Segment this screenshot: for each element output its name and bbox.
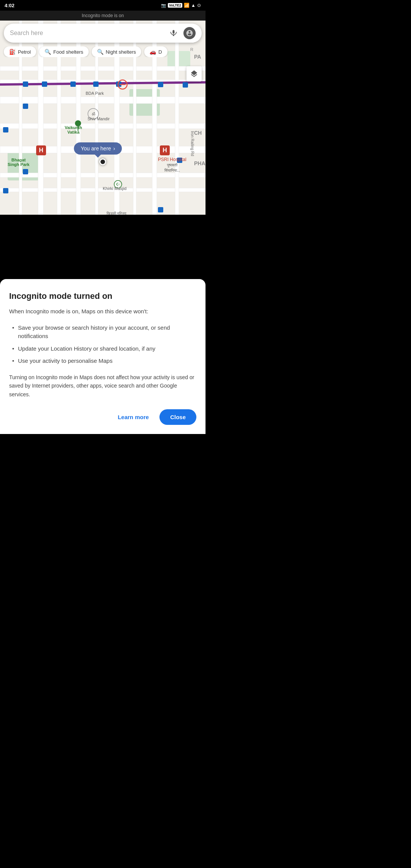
svg-rect-24 [93, 81, 99, 87]
sheet-actions: Learn more Close [9, 409, 196, 425]
svg-rect-27 [183, 82, 188, 88]
status-icons: 📷 VoLTE2 📶 ▲ ⊙ [161, 3, 201, 8]
bullet-list: • Save your browse or search history in … [9, 324, 196, 365]
search-icons [168, 27, 196, 39]
khirki-masjid-label: Khirki Masjid [103, 186, 126, 191]
incognito-banner-text: Incognito mode is on [82, 13, 124, 18]
svg-rect-4 [0, 97, 206, 104]
svg-rect-22 [42, 81, 47, 87]
bullet-text-3: Use your activity to personalise Maps [18, 357, 112, 365]
svg-text:H: H [39, 147, 43, 153]
svg-rect-33 [158, 207, 163, 212]
chip-night-shelters[interactable]: 🔍 Night shelters [92, 46, 141, 57]
food-shelters-search-icon: 🔍 [45, 49, 51, 55]
bullet-text-2: Update your Location History or shared l… [18, 345, 155, 353]
svg-rect-5 [0, 123, 206, 129]
shiv-mandir-label: Shiv Mandir [88, 116, 110, 121]
bda-park-label: BDA Park [86, 91, 104, 96]
svg-text:H: H [162, 147, 167, 153]
svg-rect-26 [158, 82, 163, 87]
wifi-icon: 📶 [184, 3, 190, 8]
petrol-icon: ⛽ [9, 49, 16, 55]
bullet-item-3: • Use your activity to personalise Maps [12, 357, 196, 365]
close-button[interactable]: Close [159, 409, 196, 425]
camera-icon: 📷 [161, 3, 166, 8]
incognito-avatar-icon[interactable] [183, 27, 196, 39]
volte-badge: VoLTE2 [168, 3, 182, 8]
battery-icon: ⊙ [197, 3, 201, 8]
psri-hospital-label: PSRI Hospitalपुष्पावतीसिंघानिया... [158, 157, 186, 173]
svg-text:PHA: PHA [194, 160, 206, 166]
you-are-here-bubble[interactable]: You are here › [74, 142, 122, 155]
svg-text:खिड़की मस्जिद: खिड़की मस्जिद [106, 211, 127, 215]
svg-rect-29 [3, 127, 8, 132]
night-shelters-search-icon: 🔍 [97, 49, 104, 55]
svg-rect-9 [0, 66, 206, 71]
chip-petrol-label: Petrol [18, 49, 31, 55]
chip-d-label: D [158, 49, 162, 55]
bullet-item-2: • Update your Location History or shared… [12, 345, 196, 353]
status-time: 4:02 [5, 3, 14, 8]
chip-d[interactable]: 🚗 D [144, 46, 167, 57]
d-icon: 🚗 [150, 49, 156, 55]
chip-food-shelters-label: Food shelters [53, 49, 83, 55]
vaikunth-vatika-label: VaikunthVatika [65, 125, 82, 134]
svg-rect-23 [70, 81, 76, 87]
status-bar: 4:02 📷 VoLTE2 📶 ▲ ⊙ [0, 0, 206, 11]
bullet-text-1: Save your browse or search history in yo… [18, 324, 196, 341]
bottom-sheet: Incognito mode turned on When Incognito … [0, 279, 206, 434]
svg-rect-30 [23, 169, 28, 174]
svg-rect-7 [0, 173, 206, 177]
learn-more-button[interactable]: Learn more [113, 410, 153, 424]
chip-food-shelters[interactable]: 🔍 Food shelters [39, 46, 89, 57]
bullet-dot-2: • [12, 345, 14, 353]
chip-night-shelters-label: Night shelters [106, 49, 136, 55]
bullet-item-1: • Save your browse or search history in … [12, 324, 196, 341]
search-placeholder: Search here [10, 30, 168, 37]
sheet-title: Incognito mode turned on [9, 291, 196, 301]
bhagat-singh-park-label: BhagatSingh Park [8, 158, 29, 167]
layer-button[interactable] [186, 66, 202, 81]
bullet-dot-1: • [12, 324, 14, 332]
filter-chips: ⛽ Petrol 🔍 Food shelters 🔍 Night shelter… [0, 46, 206, 57]
svg-rect-31 [3, 188, 8, 193]
chip-petrol[interactable]: ⛽ Petrol [4, 46, 36, 57]
you-are-here-arrow: › [113, 145, 115, 152]
signal-icon: ▲ [191, 3, 196, 8]
svg-text:CH: CH [194, 130, 202, 136]
bullet-dot-3: • [12, 357, 14, 365]
svg-rect-21 [23, 81, 28, 87]
search-bar[interactable]: Search here [4, 24, 202, 43]
sheet-subtitle: When Incognito mode is on, Maps on this … [9, 307, 196, 316]
map-container[interactable]: ॐ H H ☪ Iron Railing Rd PA R CH PHA खिड [0, 21, 206, 215]
incognito-banner: Incognito mode is on [0, 11, 206, 21]
current-location-dot [99, 158, 106, 165]
svg-rect-28 [23, 104, 28, 109]
svg-text:ॐ: ॐ [92, 112, 96, 116]
sheet-body-text: Turning on Incognito mode in Maps does n… [9, 373, 196, 399]
you-are-here-text: You are here [81, 145, 111, 152]
mic-icon[interactable] [168, 28, 179, 38]
